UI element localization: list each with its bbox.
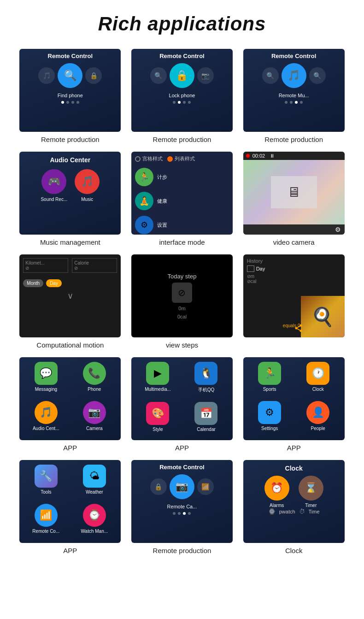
iface-icon-run: 🏃: [135, 168, 153, 186]
app1-item-messaging: 💬 Messaging: [24, 362, 68, 396]
app3-sports-icon: 🏃: [258, 362, 281, 385]
app2-item-qq: 🐧 手机QQ: [184, 362, 228, 397]
app4-item-tools: 🔧 Tools: [24, 465, 68, 499]
dot: [188, 512, 191, 515]
app3-item-sports: 🏃 Sports: [248, 362, 292, 396]
iface-text-3: 设置: [157, 222, 167, 229]
app2-cal-label: Calendar: [197, 427, 216, 432]
app2-caption: APP: [175, 444, 189, 452]
app1-messaging-icon: 💬: [35, 362, 58, 385]
cell-app4: 🔧 Tools 🌤 Weather 📶 Remote Co... ⌚ Watch…: [18, 460, 122, 554]
iface-text-2: 健康: [157, 198, 167, 205]
toggle-day[interactable]: Day: [46, 279, 62, 287]
mode-grid-radio: [135, 156, 141, 162]
remote2-caption: Remote production: [153, 136, 211, 143]
remote1-caption: Remote production: [41, 136, 100, 143]
iface-icon-health: 🧘: [135, 192, 153, 210]
page-title: Rich applications: [0, 0, 364, 44]
video-caption: video camera: [273, 238, 315, 246]
screen-app1: 💬 Messaging 📞 Phone 🎵 Audio Cent... 📷 Ca…: [19, 357, 121, 440]
app3-item-settings: ⚙ Settings: [248, 401, 292, 436]
app3-people-label: People: [311, 426, 325, 431]
audio-music-label: Music: [81, 197, 93, 202]
app4-tools-icon: 🔧: [35, 465, 58, 488]
app4-item-watch: ⌚ Watch Man...: [72, 504, 116, 538]
dot: [300, 101, 303, 104]
cell-audio: Audio Center 🎮 Sound Rec... 🎵 Music Musi…: [18, 152, 122, 246]
dot: [290, 101, 293, 104]
video-preview: 🖥: [271, 176, 317, 208]
svg-point-0: [299, 324, 302, 327]
camera-settings-icon: ⚙: [335, 226, 341, 233]
remote3-icon-right: 🔍: [309, 67, 326, 84]
app2-item-cal: 📅 Calendar: [184, 402, 228, 436]
app2-qq-label: 手机QQ: [198, 387, 215, 393]
history-day-label: Day: [256, 266, 265, 271]
remote-ca-title: Remote Control: [159, 464, 205, 471]
screen-remote-ca: Remote Control 🔒 📷 📶 Remote Ca...: [131, 460, 233, 543]
toggle-month[interactable]: Month: [23, 279, 43, 287]
steps-caption: view steps: [166, 341, 198, 349]
remote1-icons: 🎵 🔍 🔒: [38, 63, 102, 88]
app4-weather-label: Weather: [86, 489, 103, 495]
iface-icon-settings: ⚙: [135, 216, 153, 234]
dot: [285, 101, 288, 104]
cell-interface: 宫格样式 列表样式 🏃 计步 🧘 健康 ⚙ 设置 interface mode: [130, 152, 234, 246]
remote3-icons: 🔍 🎵 🔍: [262, 63, 326, 88]
app4-watch-label: Watch Man...: [81, 529, 108, 534]
dot: [178, 101, 181, 104]
motion-cal-box: Calorie ⊘: [72, 258, 117, 273]
motion-arrow-icon: ∨: [23, 291, 117, 301]
motion-cal-label: Calorie: [74, 260, 115, 265]
remote-ca-dots: [173, 512, 191, 515]
clock-small-icon-2: ⏱: [299, 508, 305, 515]
screen-interface: 宫格样式 列表样式 🏃 计步 🧘 健康 ⚙ 设置: [131, 152, 233, 235]
remote3-caption: Remote production: [264, 136, 323, 143]
svg-point-2: [299, 330, 302, 332]
app1-phone-icon: 📞: [83, 362, 106, 385]
app3-people-icon: 👤: [306, 401, 329, 424]
remote2-icons: 🔍 🔒 📷: [150, 63, 214, 88]
iface-item-1: 🏃 计步: [135, 166, 229, 188]
remote2-icon-left: 🔍: [150, 67, 167, 84]
app1-item-phone: 📞 Phone: [72, 362, 116, 396]
cell-app3: 🏃 Sports 🕐 Clock ⚙ Settings 👤 People APP: [242, 357, 346, 452]
motion-km-label: Kilomet...: [25, 260, 66, 265]
app3-settings-icon: ⚙: [258, 401, 281, 424]
steps-val-2: 0cal: [177, 314, 187, 319]
app3-sports-label: Sports: [263, 387, 276, 392]
history-day: Day: [247, 265, 341, 272]
cell-history: History Day ⊘m ⊘cal 🍳 equals 0: [242, 254, 346, 349]
clock-caption: Clock: [285, 547, 303, 554]
remote1-main-icon: 🔍: [58, 63, 82, 88]
app1-camera-icon: 📷: [83, 401, 106, 424]
clock-alarms-label: Alarms: [270, 503, 284, 508]
motion-km-val: ⊘: [25, 265, 66, 271]
mode-list-label: 列表样式: [175, 155, 195, 162]
remote3-title: Remote Control: [271, 53, 317, 59]
dot: [183, 101, 186, 104]
app4-tools-label: Tools: [41, 489, 51, 495]
screen-motion: Kilomet... ⊘ Calorie ⊘ Month Day ∨: [19, 254, 121, 337]
remote-ca-icons: 🔒 📷 📶: [150, 474, 214, 499]
screen-app4: 🔧 Tools 🌤 Weather 📶 Remote Co... ⌚ Watch…: [19, 460, 121, 543]
app4-weather-icon: 🌤: [83, 465, 106, 488]
cell-video: 00:02 ⏸ 🖥 ⚙ video camera: [242, 152, 346, 246]
rec-time: 00:02: [252, 153, 265, 159]
audio-caption: Music management: [40, 238, 100, 246]
iface-item-3: ⚙ 设置: [135, 214, 229, 235]
dot: [178, 512, 181, 515]
dot: [61, 101, 64, 104]
audio-icon-rec: 🎮 Sound Rec...: [41, 169, 67, 202]
app4-remote-icon: 📶: [35, 504, 58, 527]
audio-rec-label: Sound Rec...: [41, 197, 67, 202]
cell-remote2: Remote Control 🔍 🔒 📷 Lock phone Remote p…: [130, 49, 234, 143]
screen-remote3: Remote Control 🔍 🎵 🔍 Remote Mu...: [243, 49, 345, 132]
app3-item-clock: 🕐 Clock: [296, 362, 340, 396]
remote1-dots: [61, 101, 79, 104]
cell-clock: Clock ⏰ Alarms ⌛ Timer ⌚ pwatch ⏱ Time C…: [242, 460, 346, 554]
remote1-label: Find phone: [58, 93, 83, 98]
mode-grid: 宫格样式: [135, 155, 163, 162]
dot: [71, 101, 74, 104]
clock-time-label: Time: [309, 509, 320, 514]
